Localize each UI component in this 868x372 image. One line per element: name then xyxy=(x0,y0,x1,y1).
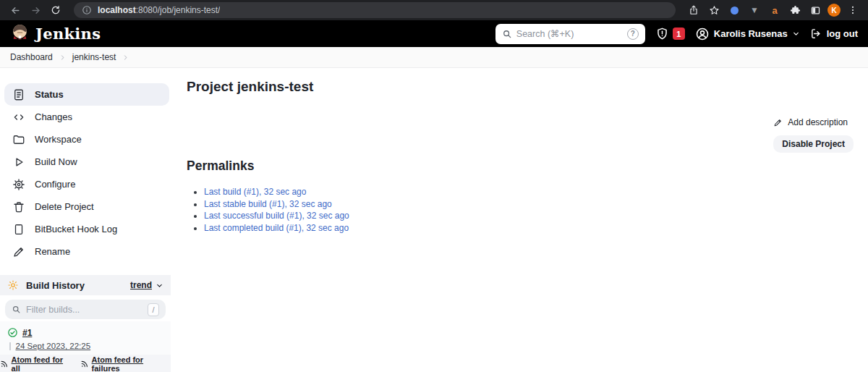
filter-builds-input[interactable] xyxy=(26,305,142,315)
folder-icon xyxy=(12,133,25,146)
search-icon xyxy=(12,305,21,314)
address-bar[interactable]: localhost:8080/job/jenkins-test/ xyxy=(74,2,676,18)
sidebar-item-status[interactable]: Status xyxy=(4,83,169,106)
notification-count-badge: 1 xyxy=(673,28,685,40)
code-icon xyxy=(12,111,25,124)
search-help-icon[interactable]: ? xyxy=(627,28,639,40)
extension-chevron-icon[interactable]: ▼ xyxy=(746,2,762,18)
chevron-right-icon[interactable] xyxy=(122,54,129,61)
shortcut-slash-badge: / xyxy=(148,303,159,316)
gear-icon xyxy=(12,178,25,191)
sidebar-item-bitbucket-hook-log[interactable]: BitBucket Hook Log xyxy=(4,218,169,240)
breadcrumb-dashboard[interactable]: Dashboard xyxy=(10,52,53,62)
jenkins-brand-title: Jenkins xyxy=(35,25,101,43)
add-description-label: Add description xyxy=(788,117,848,127)
build-number-link[interactable]: #1 xyxy=(22,328,32,338)
sidebar-item-label: Rename xyxy=(35,246,70,257)
permalink-last-successful-build[interactable]: Last successful build (#1), 32 sec ago xyxy=(204,211,349,221)
url-host: localhost xyxy=(98,5,136,15)
back-icon[interactable] xyxy=(7,2,23,18)
sidebar-item-label: Changes xyxy=(35,111,72,122)
clipboard-icon xyxy=(12,223,25,236)
global-search[interactable]: ? xyxy=(495,24,645,44)
reload-icon[interactable] xyxy=(48,2,64,18)
page-title: Project jenkins-test xyxy=(187,79,313,95)
build-row[interactable]: #1 xyxy=(7,327,163,338)
logout-icon xyxy=(810,28,822,40)
sidebar-item-label: BitBucket Hook Log xyxy=(35,224,117,234)
jenkins-home-link[interactable]: Jenkins xyxy=(10,22,101,45)
permalinks-heading: Permalinks xyxy=(187,158,254,174)
atom-feed-failures-label: Atom feed for failures xyxy=(92,355,171,372)
document-icon xyxy=(12,88,25,101)
build-list: #1 24 Sept 2023, 22:25 xyxy=(0,321,171,355)
forward-icon[interactable] xyxy=(27,2,43,18)
sidebar-item-delete-project[interactable]: Delete Project xyxy=(4,195,169,218)
trash-icon xyxy=(12,200,25,214)
permalinks-list: Last build (#1), 32 sec ago Last stable … xyxy=(191,187,349,234)
extensions-puzzle-icon[interactable] xyxy=(787,2,803,18)
chevron-right-icon xyxy=(59,54,66,61)
sidebar-item-configure[interactable]: Configure xyxy=(4,173,169,195)
jenkins-header: Jenkins ? 1 Karolis Rusenas xyxy=(0,20,868,47)
disable-project-button[interactable]: Disable Project xyxy=(773,135,854,153)
jenkins-butler-logo-icon xyxy=(10,22,30,45)
build-date-row: 24 Sept 2023, 22:25 xyxy=(9,342,163,350)
add-description-button[interactable]: Add description xyxy=(773,117,848,127)
build-history-widget: Build History trend / #1 24 Sept 2023, 2… xyxy=(0,275,171,372)
user-circle-icon xyxy=(695,27,710,41)
extension-a-icon[interactable]: a xyxy=(767,2,783,18)
trend-link[interactable]: trend xyxy=(130,280,163,290)
browser-profile-avatar[interactable]: K xyxy=(827,4,841,17)
chevron-down-icon xyxy=(156,282,163,289)
site-info-icon[interactable] xyxy=(81,4,93,16)
build-history-header: Build History trend xyxy=(0,275,171,295)
search-input[interactable] xyxy=(516,29,623,39)
rss-icon xyxy=(80,360,89,368)
logout-label: log out xyxy=(827,28,858,39)
build-tree-line xyxy=(9,342,11,350)
shield-alert-icon xyxy=(655,27,669,41)
atom-feed-failures-link[interactable]: Atom feed for failures xyxy=(80,355,171,372)
security-notification-button[interactable]: 1 xyxy=(655,27,685,41)
sidebar-item-label: Build Now xyxy=(35,156,77,167)
chevron-down-icon xyxy=(792,30,800,38)
sidebar-item-build-now[interactable]: Build Now xyxy=(4,151,169,173)
atom-feed-all-label: Atom feed for all xyxy=(12,355,72,372)
permalink-last-completed-build[interactable]: Last completed build (#1), 32 sec ago xyxy=(204,223,349,233)
sidebar-item-label: Delete Project xyxy=(35,201,94,212)
sidebar-item-label: Configure xyxy=(35,179,75,190)
sidebar-item-label: Workspace xyxy=(35,134,82,145)
pencil-icon xyxy=(773,118,783,127)
sidebar-item-rename[interactable]: Rename xyxy=(4,240,169,263)
breadcrumb-jenkins-test[interactable]: jenkins-test xyxy=(72,52,116,62)
play-icon xyxy=(12,156,25,169)
side-panel-icon[interactable] xyxy=(807,2,823,18)
pencil-icon xyxy=(12,245,25,258)
build-history-title: Build History xyxy=(26,280,85,291)
url-text: localhost:8080/job/jenkins-test/ xyxy=(98,5,220,15)
url-path: :8080/job/jenkins-test/ xyxy=(136,5,221,15)
sidebar-item-label: Status xyxy=(35,89,64,100)
logout-button[interactable]: log out xyxy=(810,28,858,40)
permalink-last-stable-build[interactable]: Last stable build (#1), 32 sec ago xyxy=(204,199,349,209)
bookmark-star-icon[interactable] xyxy=(706,2,722,18)
breadcrumb: Dashboard jenkins-test xyxy=(0,47,868,68)
trend-label: trend xyxy=(130,280,152,290)
permalink-last-build[interactable]: Last build (#1), 32 sec ago xyxy=(204,187,349,197)
sidebar-item-workspace[interactable]: Workspace xyxy=(4,128,169,151)
rss-icon xyxy=(0,360,9,368)
atom-feed-footer: Atom feed for all Atom feed for failures xyxy=(0,355,171,372)
share-icon[interactable] xyxy=(686,2,702,18)
extension-blue-dot-icon[interactable] xyxy=(726,2,742,18)
build-date-link[interactable]: 24 Sept 2023, 22:25 xyxy=(16,342,91,350)
job-sidebar: Status Changes Workspace Build Now Confi… xyxy=(0,68,174,263)
user-menu[interactable]: Karolis Rusenas xyxy=(695,27,800,41)
browser-toolbar: localhost:8080/job/jenkins-test/ ▼ a K xyxy=(0,0,868,20)
atom-feed-all-link[interactable]: Atom feed for all xyxy=(0,355,72,372)
browser-menu-icon[interactable] xyxy=(845,2,861,18)
search-icon xyxy=(502,29,512,39)
sidebar-item-changes[interactable]: Changes xyxy=(4,106,169,128)
user-name: Karolis Rusenas xyxy=(714,28,788,39)
filter-builds-box[interactable]: / xyxy=(5,300,166,319)
